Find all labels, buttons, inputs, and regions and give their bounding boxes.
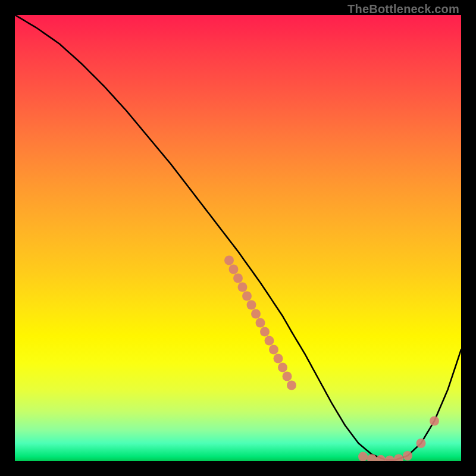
chart-markers xyxy=(224,256,439,462)
data-point xyxy=(274,354,283,364)
data-point xyxy=(394,454,403,461)
data-point xyxy=(260,327,270,337)
data-point xyxy=(251,309,261,319)
data-point xyxy=(242,292,252,301)
data-point xyxy=(416,439,426,448)
data-point xyxy=(238,283,248,292)
data-point xyxy=(287,381,296,390)
data-point xyxy=(229,265,239,274)
data-point xyxy=(256,318,265,328)
chart-curve xyxy=(15,15,461,461)
data-point xyxy=(385,456,394,462)
data-point xyxy=(265,336,274,346)
data-point xyxy=(283,372,292,381)
data-point xyxy=(233,274,243,283)
data-point xyxy=(247,300,256,310)
plot-area xyxy=(15,15,461,461)
data-point xyxy=(269,345,278,355)
chart-frame: TheBottleneck.com xyxy=(0,0,476,476)
data-point xyxy=(278,363,287,372)
data-point xyxy=(403,451,412,461)
chart-svg xyxy=(15,15,461,461)
data-point xyxy=(430,416,439,426)
data-point xyxy=(224,256,234,265)
data-point xyxy=(358,452,368,462)
watermark-label: TheBottleneck.com xyxy=(347,2,459,16)
